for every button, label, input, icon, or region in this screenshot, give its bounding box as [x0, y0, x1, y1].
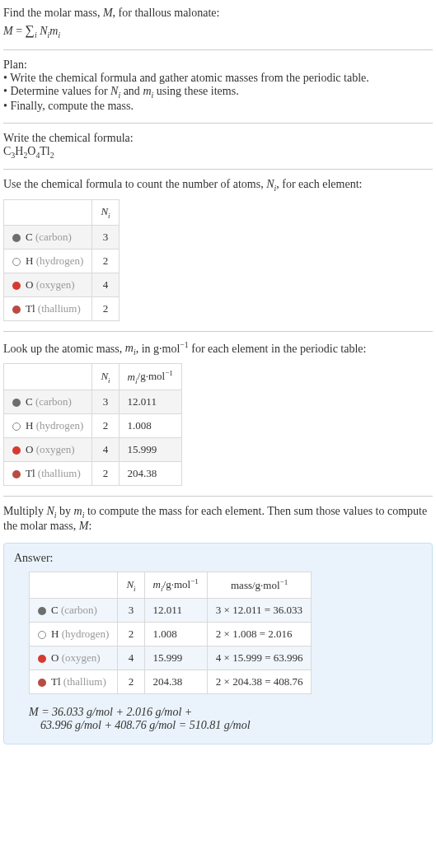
elem-cell: O (oxygen) — [4, 438, 92, 462]
multiply-text: Multiply Ni by mi to compute the mass fo… — [3, 505, 433, 533]
elem-sym: O — [26, 443, 33, 455]
lookup-heading-pre: Look up the atomic mass, — [3, 342, 125, 354]
col-element — [30, 572, 118, 598]
elem-name: (carbon) — [35, 395, 72, 408]
ni-cell: 4 — [92, 438, 119, 462]
answer-label: Answer: — [14, 552, 422, 565]
element-dot-icon — [12, 470, 21, 478]
table-row: H (hydrogen) 2 1.008 2 × 1.008 = 2.016 — [30, 622, 312, 646]
intro-section: Find the molar mass, M, for thallous mal… — [3, 7, 433, 40]
elem-sym: C — [51, 604, 59, 616]
mi-cell: 204.38 — [144, 670, 207, 693]
count-section: Use the chemical formula to count the nu… — [3, 178, 433, 320]
ni-cell: 3 — [92, 225, 119, 249]
element-dot-icon — [38, 607, 46, 615]
mass-calc-line2: 63.996 g/mol + 408.76 g/mol = 510.81 g/m… — [40, 719, 422, 732]
elem-sym: H — [26, 419, 33, 432]
sigma-sub: i — [35, 30, 37, 40]
table-header-row: Ni mi/g·mol−1 — [4, 364, 182, 390]
elem-name: (oxygen) — [36, 278, 75, 291]
mi-cell: 12.011 — [144, 598, 207, 622]
answer-table: Ni mi/g·mol−1 mass/g·mol−1 C (carbon) 3 … — [29, 572, 312, 694]
divider — [3, 49, 433, 50]
element-dot-icon — [38, 655, 46, 663]
mass-cell: 3 × 12.011 = 36.033 — [207, 598, 312, 622]
elem-name: (carbon) — [61, 604, 97, 616]
elem-cell: Tl (thallium) — [4, 296, 92, 320]
col-element — [4, 364, 92, 390]
table-header-row: Ni — [4, 200, 120, 226]
count-heading: Use the chemical formula to count the nu… — [3, 178, 433, 193]
elem-name: (thallium) — [38, 302, 81, 315]
ni-cell: 2 — [92, 296, 119, 320]
mi-cell: 1.008 — [144, 622, 207, 646]
mass-calc-line1: M = 36.033 g/mol + 2.016 g/mol + — [29, 706, 422, 719]
elem-name: (oxygen) — [62, 651, 101, 664]
element-dot-icon — [12, 282, 21, 290]
col-ni: Ni — [118, 572, 144, 598]
elem-cell: Tl (thallium) — [4, 462, 92, 486]
multiply-section: Multiply Ni by mi to compute the mass fo… — [3, 505, 433, 533]
element-dot-icon — [12, 258, 21, 266]
element-dot-icon — [38, 631, 46, 639]
element-dot-icon — [12, 399, 21, 407]
lookup-heading-mid: , in g·mol — [136, 342, 180, 354]
mi-cell: 1.008 — [119, 414, 181, 438]
table-row: Tl (thallium) 2 204.38 2 × 204.38 = 408.… — [30, 670, 312, 693]
table-row: C (carbon) 3 12.011 — [4, 390, 182, 414]
mass-cell: 4 × 15.999 = 63.996 — [207, 646, 312, 670]
answer-box: Answer: Ni mi/g·mol−1 mass/g·mol−1 C (ca… — [3, 543, 433, 744]
plan-item: • Write the chemical formula and gather … — [3, 72, 433, 85]
table-row: O (oxygen) 4 15.999 4 × 15.999 = 63.996 — [30, 646, 312, 670]
mass-cell: 2 × 1.008 = 2.016 — [207, 622, 312, 646]
col-mi: mi/g·mol−1 — [119, 364, 181, 390]
elem-name: (oxygen) — [36, 443, 75, 455]
elem-name: (thallium) — [63, 675, 106, 688]
ni-cell: 2 — [92, 462, 119, 486]
lookup-section: Look up the atomic mass, mi, in g·mol−1 … — [3, 340, 433, 486]
elem-sym: Tl — [51, 675, 61, 688]
elem-name: (hydrogen) — [36, 254, 84, 267]
plan-item: • Determine values for Ni and mi using t… — [3, 85, 433, 100]
col-ni: Ni — [92, 200, 119, 226]
elem-sym: C — [26, 395, 33, 408]
count-heading-pre: Use the chemical formula to count the nu… — [3, 178, 266, 190]
table-row: O (oxygen) 4 — [4, 273, 120, 296]
elem-sym: H — [26, 254, 33, 267]
plan-section: Plan: • Write the chemical formula and g… — [3, 58, 433, 113]
ni-cell: 2 — [118, 670, 144, 693]
elem-cell: H (hydrogen) — [30, 622, 118, 646]
elem-sym: O — [26, 278, 33, 291]
elem-cell: Tl (thallium) — [30, 670, 118, 693]
lookup-table: Ni mi/g·mol−1 C (carbon) 3 12.011 H (hyd… — [3, 363, 182, 486]
elem-sym: C — [26, 231, 33, 243]
mi-cell: 15.999 — [144, 646, 207, 670]
col-ni: Ni — [92, 364, 119, 390]
table-row: C (carbon) 3 12.011 3 × 12.011 = 36.033 — [30, 598, 312, 622]
element-dot-icon — [12, 306, 21, 314]
elem-sym: Tl — [26, 467, 35, 479]
count-table: Ni C (carbon) 3 H (hydrogen) 2 O (oxygen… — [3, 199, 120, 321]
elem-sym: H — [51, 628, 59, 640]
ni-cell: 2 — [92, 249, 119, 273]
divider — [3, 169, 433, 170]
mass-calc: M = 36.033 g/mol + 2.016 g/mol + 63.996 … — [29, 706, 422, 732]
ni-cell: 2 — [92, 414, 119, 438]
elem-name: (carbon) — [35, 231, 72, 243]
lookup-heading: Look up the atomic mass, mi, in g·mol−1 … — [3, 340, 433, 357]
intro-text-post: , for thallous malonate: — [113, 7, 220, 19]
col-mi: mi/g·mol−1 — [144, 572, 207, 598]
divider — [3, 331, 433, 332]
ni-cell: 3 — [92, 390, 119, 414]
col-mass: mass/g·mol−1 — [207, 572, 312, 598]
table-row: Tl (thallium) 2 — [4, 296, 120, 320]
intro-line: Find the molar mass, M, for thallous mal… — [3, 7, 433, 20]
ni-cell: 2 — [118, 622, 144, 646]
elem-sym: Tl — [26, 302, 35, 315]
elem-cell: C (carbon) — [4, 390, 92, 414]
chem-formula-section: Write the chemical formula: C3H2O4Tl2 — [3, 132, 433, 160]
chem-formula: C3H2O4Tl2 — [3, 145, 433, 160]
elem-name: (hydrogen) — [36, 419, 84, 432]
elem-cell: O (oxygen) — [4, 273, 92, 296]
table-header-row: Ni mi/g·mol−1 mass/g·mol−1 — [30, 572, 312, 598]
